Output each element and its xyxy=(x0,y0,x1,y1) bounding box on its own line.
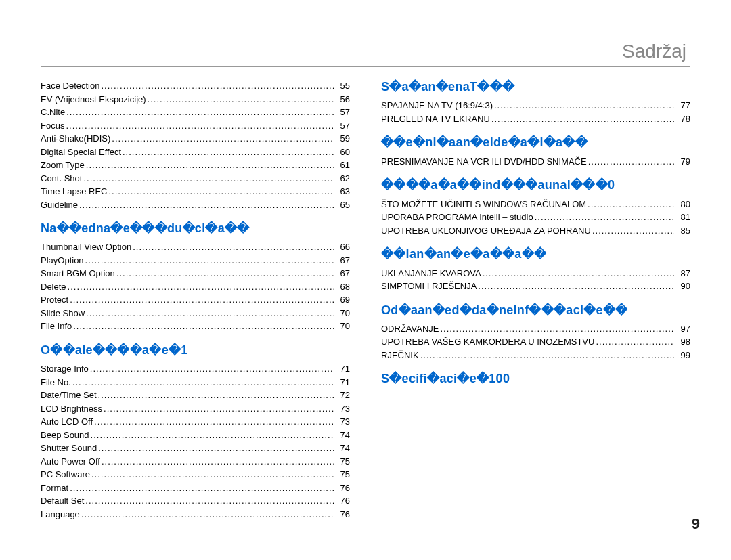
toc-entry[interactable]: Zoom Type61 xyxy=(41,158,350,172)
toc-page-number: 66 xyxy=(335,240,350,254)
section-heading-dubbing: ��e�ni�aan�eide�a�i�a�� xyxy=(381,135,690,150)
toc-label: Smart BGM Option xyxy=(41,267,115,280)
header-rule xyxy=(41,66,690,67)
toc-entry[interactable]: LCD Brightness73 xyxy=(41,402,350,416)
section-heading-specifications: S�ecifi�aci�e�100 xyxy=(381,371,690,386)
right-margin-line xyxy=(717,41,717,519)
toc-entry[interactable]: Language76 xyxy=(41,508,350,521)
section-heading-other-settings: O��ale����a�e�1 xyxy=(41,343,350,358)
toc-entry[interactable]: Shutter Sound74 xyxy=(41,441,350,455)
section-heading-windows-computer: ����a�a��ind���aunal���0 xyxy=(381,177,690,193)
toc-entry[interactable]: PlayOption67 xyxy=(41,254,350,267)
toc-entry[interactable]: Auto LCD Off73 xyxy=(41,415,350,429)
toc-label: Protect xyxy=(41,293,68,307)
toc-page-number: 97 xyxy=(675,322,690,336)
toc-entry[interactable]: ODRŽAVANJE97 xyxy=(381,322,690,336)
section-heading-tv-connection: S�a�an�enaT��� xyxy=(381,79,690,95)
toc-entry[interactable]: Delete68 xyxy=(41,280,350,294)
toc-page-number: 72 xyxy=(335,389,350,402)
page-number: 9 xyxy=(692,515,700,533)
toc-entry[interactable]: Beep Sound74 xyxy=(41,429,350,442)
toc-entry[interactable]: C.Nite57 xyxy=(41,106,350,119)
toc-page-number: 74 xyxy=(335,441,350,455)
toc-page-number: 99 xyxy=(675,349,690,362)
toc-label: Date/Time Set xyxy=(41,389,97,402)
toc-entry[interactable]: UPORABA PROGRAMA Intelli – studio81 xyxy=(381,211,690,224)
toc-entry[interactable]: PC Software75 xyxy=(41,468,350,481)
toc-group-r4: UKLANJANJE KVAROVA87SIMPTOMI I RJEŠENJA9… xyxy=(381,267,690,293)
toc-entry[interactable]: Focus57 xyxy=(41,119,350,133)
left-column: Face Detection55EV (Vrijednost Ekspozici… xyxy=(41,79,350,521)
toc-group-r2: PRESNIMAVANJE NA VCR ILI DVD/HDD SNIMAČE… xyxy=(381,155,690,169)
toc-page-number: 70 xyxy=(335,320,350,333)
toc-label: File Info xyxy=(41,320,72,333)
toc-entry[interactable]: File Info70 xyxy=(41,320,350,333)
toc-entry[interactable]: UKLANJANJE KVAROVA87 xyxy=(381,267,690,280)
toc-leader-dots xyxy=(66,119,334,133)
toc-leader-dots xyxy=(104,402,334,416)
toc-page-number: 56 xyxy=(335,93,350,106)
toc-entry[interactable]: PRESNIMAVANJE NA VCR ILI DVD/HDD SNIMAČE… xyxy=(381,155,690,169)
toc-page-number: 67 xyxy=(335,254,350,267)
right-column: S�a�an�enaT��� SPAJANJE NA TV (16:9/4:3)… xyxy=(381,79,690,521)
toc-entry[interactable]: Time Lapse REC63 xyxy=(41,185,350,198)
toc-page-number: 71 xyxy=(335,376,350,389)
toc-leader-dots xyxy=(98,389,334,402)
toc-group-3: Storage Info71File No.71Date/Time Set72L… xyxy=(41,362,350,521)
toc-leader-dots xyxy=(86,158,334,172)
toc-entry[interactable]: RJEČNIK99 xyxy=(381,349,690,362)
toc-leader-dots xyxy=(440,322,674,336)
toc-leader-dots xyxy=(596,335,674,349)
section-heading-advanced-playback: Na��edna�e���du�ci�a�� xyxy=(41,221,350,236)
toc-leader-dots xyxy=(66,106,334,119)
toc-group-2: Thumbnail View Option66PlayOption67Smart… xyxy=(41,240,350,333)
toc-page-number: 74 xyxy=(335,429,350,442)
toc-entry[interactable]: Digital Special Effect60 xyxy=(41,146,350,159)
toc-entry[interactable]: Protect69 xyxy=(41,293,350,307)
toc-entry[interactable]: Guideline65 xyxy=(41,198,350,212)
toc-label: Delete xyxy=(41,280,66,294)
toc-leader-dots xyxy=(90,362,334,376)
toc-entry[interactable]: Auto Power Off75 xyxy=(41,455,350,469)
toc-entry[interactable]: Date/Time Set72 xyxy=(41,389,350,402)
toc-entry[interactable]: Default Set76 xyxy=(41,494,350,508)
toc-leader-dots xyxy=(478,280,674,293)
toc-entry[interactable]: Smart BGM Option67 xyxy=(41,267,350,280)
toc-entry[interactable]: EV (Vrijednost Ekspozicije)56 xyxy=(41,93,350,106)
toc-entry[interactable]: UPOTREBA VAŠEG KAMKORDERA U INOZEMSTVU98 xyxy=(381,335,690,349)
toc-label: Focus xyxy=(41,119,64,133)
toc-entry[interactable]: Slide Show70 xyxy=(41,307,350,320)
toc-entry[interactable]: UPOTREBA UKLONJIVOG UREĐAJA ZA POHRANU85 xyxy=(381,224,690,238)
toc-label: PC Software xyxy=(41,468,90,481)
toc-label: UPOTREBA VAŠEG KAMKORDERA U INOZEMSTVU xyxy=(381,335,594,349)
toc-entry[interactable]: File No.71 xyxy=(41,376,350,389)
toc-group-r5: ODRŽAVANJE97UPOTREBA VAŠEG KAMKORDERA U … xyxy=(381,322,690,362)
toc-label: Digital Special Effect xyxy=(41,146,121,159)
section-heading-troubleshooting: ��lan�an�e�a��a�� xyxy=(381,246,690,262)
toc-entry[interactable]: PREGLED NA TV EKRANU78 xyxy=(381,112,690,126)
toc-label: UPORABA PROGRAMA Intelli – studio xyxy=(381,211,533,224)
toc-entry[interactable]: Cont. Shot62 xyxy=(41,172,350,186)
toc-entry[interactable]: Format76 xyxy=(41,481,350,495)
toc-entry[interactable]: ŠTO MOŽETE UČINITI S WINDOWS RAČUNALOM80 xyxy=(381,198,690,211)
toc-entry[interactable]: SIMPTOMI I RJEŠENJA90 xyxy=(381,280,690,293)
toc-leader-dots xyxy=(72,376,334,389)
toc-leader-dots xyxy=(91,429,334,442)
toc-leader-dots xyxy=(592,224,674,238)
toc-page-number: 59 xyxy=(335,132,350,146)
toc-page-number: 79 xyxy=(675,155,690,169)
toc-entry[interactable]: Thumbnail View Option66 xyxy=(41,240,350,254)
toc-entry[interactable]: SPAJANJE NA TV (16:9/4:3)77 xyxy=(381,99,690,112)
toc-page-number: 85 xyxy=(675,224,690,238)
toc-page-number: 76 xyxy=(335,494,350,508)
toc-entry[interactable]: Storage Info71 xyxy=(41,362,350,376)
toc-leader-dots xyxy=(148,93,334,106)
toc-entry[interactable]: Anti-Shake(HDIS)59 xyxy=(41,132,350,146)
toc-entry[interactable]: Face Detection55 xyxy=(41,79,350,93)
toc-page-number: 63 xyxy=(335,185,350,198)
toc-leader-dots xyxy=(588,198,674,211)
toc-label: PlayOption xyxy=(41,254,84,267)
toc-label: Time Lapse REC xyxy=(41,185,108,198)
toc-leader-dots xyxy=(79,198,334,212)
toc-leader-dots xyxy=(420,349,674,362)
